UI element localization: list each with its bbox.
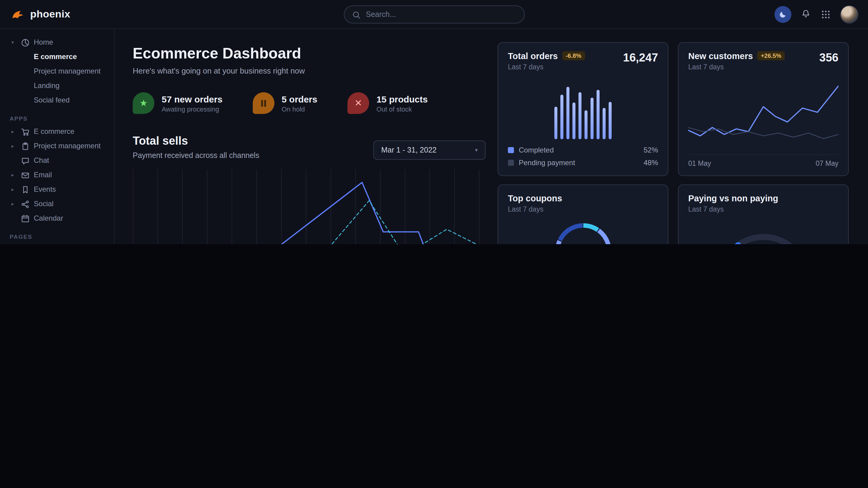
pause-icon — [253, 92, 275, 114]
pie-chart-icon — [21, 38, 29, 46]
stat-out-of-stock: ✕ 15 products Out of stock — [347, 92, 428, 114]
sidebar-item-chat[interactable]: Chat — [0, 153, 114, 168]
bookmark-icon — [21, 185, 29, 194]
grid-dots-icon — [821, 9, 831, 19]
total-sells-subtitle: Payment received across all channels — [133, 151, 259, 160]
sidebar: ▾ Home E commerce Project management Lan… — [0, 29, 115, 244]
new-customers-chart-area — [688, 79, 838, 148]
trend-badge: +26.5% — [757, 51, 785, 60]
x-tick: 01 May — [688, 160, 711, 167]
card-period: Last 7 days — [508, 63, 585, 70]
sidebar-item-social[interactable]: ▸ Social — [0, 197, 114, 211]
sidebar-item-starter[interactable]: Starter — [0, 242, 114, 244]
sidebar-item-project-management[interactable]: ▸ Project management — [0, 139, 114, 153]
sidebar-item-home[interactable]: ▾ Home — [0, 35, 114, 50]
sidebar-item-label: Project management — [34, 142, 100, 150]
new-customers-value: 356 — [819, 51, 838, 65]
legend-label: Pending payment — [519, 159, 639, 167]
top-coupons-donut: 72% — [549, 218, 617, 244]
page-title: Ecommerce Dashboard — [133, 44, 486, 62]
stat-value: 15 products — [376, 94, 428, 104]
sidebar-item-label: Chat — [34, 156, 49, 165]
brand-name: phoenix — [30, 8, 70, 20]
stat-orders-on-hold: 5 orders On hold — [253, 92, 317, 114]
chevron-right-icon: ▸ — [10, 187, 16, 192]
sidebar-item-events[interactable]: ▸ Events — [0, 182, 114, 197]
x-icon: ✕ — [347, 92, 369, 114]
section-label-pages: PAGES — [10, 233, 114, 240]
sidebar-item-label: Events — [34, 185, 56, 194]
search-icon — [351, 10, 360, 19]
sidebar-item-ecommerce-dashboard[interactable]: E commerce — [0, 50, 114, 64]
bell-icon — [801, 9, 811, 19]
sidebar-item-email[interactable]: ▸ Email — [0, 168, 114, 182]
chevron-down-icon: ▾ — [475, 147, 478, 153]
chevron-down-icon: ▾ — [10, 39, 16, 45]
star-icon: ★ — [133, 92, 154, 114]
share-icon — [21, 199, 29, 208]
calendar-icon — [21, 214, 29, 223]
sidebar-item-ecommerce-app[interactable]: ▸ E commerce — [0, 124, 114, 139]
new-customers-card: New customers+26.5% Last 7 days 356 01 M… — [678, 42, 849, 176]
legend-value: 52% — [644, 146, 658, 154]
gauge-track — [720, 237, 807, 244]
sidebar-item-label: Home — [34, 38, 53, 46]
date-range-value: Mar 1 - 31, 2022 — [381, 146, 436, 154]
sidebar-item-label: E commerce — [34, 127, 74, 136]
legend-swatch — [508, 160, 514, 166]
stat-value: 5 orders — [282, 94, 317, 104]
total-sells-title: Total sells — [133, 134, 259, 148]
total-sells-chart — [133, 169, 486, 244]
global-search[interactable] — [343, 5, 525, 23]
new-customers-x-axis: 01 May 07 May — [688, 154, 838, 167]
sidebar-item-social-feed[interactable]: Social feed — [0, 93, 114, 107]
card-period: Last 7 days — [688, 205, 838, 213]
card-period: Last 7 days — [688, 63, 785, 70]
user-avatar[interactable] — [840, 5, 858, 23]
sidebar-item-landing[interactable]: Landing — [0, 78, 114, 93]
app-root: phoenix ▾ Home E commer — [0, 0, 868, 244]
apps-grid-button[interactable] — [821, 9, 831, 19]
clipboard-icon — [21, 142, 29, 150]
card-period: Last 7 days — [508, 205, 658, 213]
new-customers-chart — [688, 79, 838, 148]
chat-icon — [21, 156, 29, 165]
quick-stats: ★ 57 new orders Awating processing 5 ord… — [133, 92, 486, 114]
card-title: New customers — [688, 51, 753, 61]
chevron-right-icon: ▸ — [10, 201, 16, 206]
legend-label: Completed — [519, 146, 639, 154]
legend-swatch — [508, 147, 514, 153]
card-title: Total orders — [508, 51, 558, 61]
top-navbar: phoenix — [0, 0, 868, 29]
donut-center-label: 72% — [549, 218, 617, 244]
card-title: Top coupons — [508, 194, 562, 203]
main-content: Ecommerce Dashboard Here's what's going … — [115, 29, 868, 244]
x-tick: 07 May — [816, 160, 838, 167]
card-title: Paying vs non paying — [688, 194, 778, 203]
date-range-select[interactable]: Mar 1 - 31, 2022 ▾ — [373, 140, 486, 160]
trend-badge: -6.8% — [562, 51, 585, 60]
paying-gauge — [709, 226, 818, 244]
cart-icon — [21, 127, 29, 136]
stat-new-orders: ★ 57 new orders Awating processing — [133, 92, 223, 114]
mail-icon — [21, 171, 29, 179]
theme-toggle-button[interactable] — [775, 6, 792, 23]
chevron-right-icon: ▸ — [10, 143, 16, 149]
page-subtitle: Here's what's going on at your business … — [133, 66, 486, 75]
section-label-apps: APPS — [10, 115, 114, 122]
global-search-input[interactable] — [365, 9, 517, 19]
sidebar-item-label: Email — [34, 171, 52, 179]
brand[interactable]: phoenix — [10, 6, 70, 22]
sidebar-item-project-management-dashboard[interactable]: Project management — [0, 64, 114, 78]
sidebar-item-calendar[interactable]: Calendar — [0, 211, 114, 225]
legend-item: Pending payment 48% — [508, 159, 658, 167]
legend-value: 48% — [644, 159, 658, 167]
chevron-right-icon: ▸ — [10, 172, 16, 177]
stat-value: 57 new orders — [162, 94, 223, 104]
moon-icon — [779, 10, 787, 19]
total-orders-card: Total orders-6.8% Last 7 days 16,247 Com… — [498, 42, 668, 176]
top-coupons-card: Top coupons Last 7 days 72% Percentage d… — [498, 185, 668, 244]
chevron-right-icon: ▸ — [10, 129, 16, 134]
stat-caption: Out of stock — [376, 105, 428, 112]
notifications-button[interactable] — [801, 9, 811, 19]
